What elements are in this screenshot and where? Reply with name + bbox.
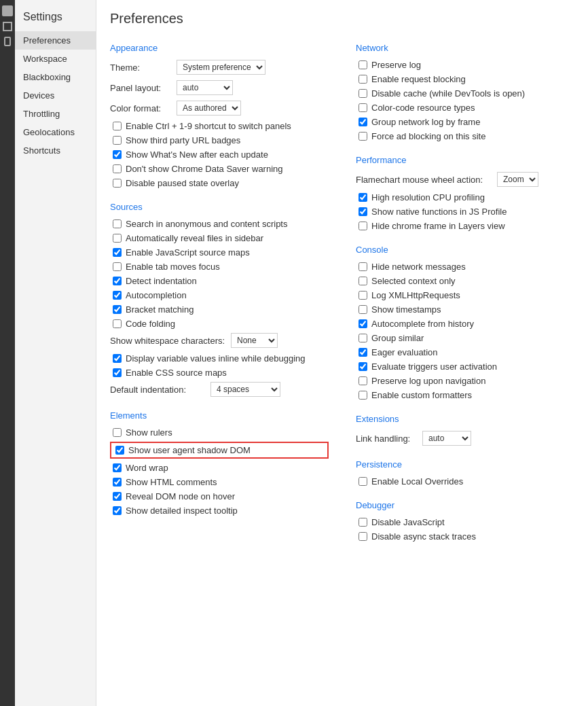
preservelog-row: Preserve log <box>356 60 574 70</box>
flamechart-select[interactable]: Zoom Scroll <box>497 172 538 187</box>
whatsnew-checkbox[interactable] <box>113 150 122 159</box>
codefolding-checkbox[interactable] <box>113 319 122 328</box>
sources-header: Sources <box>110 202 329 212</box>
mobile-icon[interactable] <box>4 37 11 46</box>
highrescpu-label: High resolution CPU profiling <box>371 192 485 202</box>
colorcode-checkbox[interactable] <box>359 103 367 112</box>
bracket-checkbox[interactable] <box>113 305 122 314</box>
chromeframe-checkbox[interactable] <box>359 222 367 230</box>
console-section: Console Hide network messages Selected c… <box>356 245 574 400</box>
wordwrap-checkbox[interactable] <box>113 463 122 472</box>
anon-row: Search in anonymous and content scripts <box>110 219 329 229</box>
datasaver-label: Don't show Chrome Data Saver warning <box>126 164 283 174</box>
autocomplete-checkbox[interactable] <box>113 291 122 300</box>
selectedctx-label: Selected context only <box>371 276 456 286</box>
asynctraces-checkbox[interactable] <box>359 532 367 541</box>
cursor-icon[interactable] <box>3 22 12 31</box>
domhover-checkbox[interactable] <box>113 492 122 501</box>
htmlcomments-checkbox[interactable] <box>113 478 122 487</box>
hidenetwork-checkbox[interactable] <box>359 262 367 271</box>
performance-header: Performance <box>356 155 574 165</box>
theme-select[interactable]: System preference Light Dark <box>177 60 265 75</box>
showrulers-label: Show rulers <box>126 427 172 438</box>
right-column: Network Preserve log Enable request bloc… <box>349 40 574 555</box>
disablecache-row: Disable cache (while DevTools is open) <box>356 88 574 99</box>
triggersactivation-checkbox[interactable] <box>359 362 367 371</box>
timestamps-row: Show timestamps <box>356 304 574 315</box>
localoverrides-checkbox[interactable] <box>359 477 367 486</box>
tabfocus-checkbox[interactable] <box>113 262 122 271</box>
groupsimilar-checkbox[interactable] <box>359 334 367 342</box>
reqblocking-label: Enable request blocking <box>371 74 466 84</box>
persistence-header: Persistence <box>356 459 574 470</box>
color-format-select[interactable]: As authored HEX RGB HSL <box>177 101 241 116</box>
jsmaps-checkbox[interactable] <box>113 248 122 257</box>
selectedctx-checkbox[interactable] <box>359 277 367 285</box>
anon-checkbox[interactable] <box>113 219 122 228</box>
inspecttooltip-checkbox[interactable] <box>113 506 122 515</box>
detectindent-checkbox[interactable] <box>113 277 122 285</box>
inspecttooltip-row: Show detailed inspect tooltip <box>110 506 329 516</box>
cssmaps-checkbox[interactable] <box>113 368 122 377</box>
nativefuncs-label: Show native functions in JS Profile <box>371 207 507 217</box>
link-handling-label: Link handling: <box>356 434 417 444</box>
thirdparty-checkbox[interactable] <box>113 136 122 145</box>
adblocking-checkbox[interactable] <box>359 132 367 141</box>
disablecache-checkbox[interactable] <box>359 89 367 98</box>
panel-layout-select[interactable]: auto horizontal vertical <box>177 80 233 95</box>
preservelog-checkbox[interactable] <box>359 60 367 69</box>
cssmaps-row: Enable CSS source maps <box>110 368 329 378</box>
eagerevaluation-checkbox[interactable] <box>359 348 367 357</box>
wordwrap-row: Word wrap <box>110 463 329 473</box>
pausedstate-checkbox[interactable] <box>113 179 122 188</box>
nativefuncs-checkbox[interactable] <box>359 207 367 216</box>
sidebar-item-blackboxing[interactable]: Blackboxing <box>15 68 96 86</box>
highrescpu-checkbox[interactable] <box>359 193 367 202</box>
varinline-checkbox[interactable] <box>113 354 122 363</box>
default-indent-row: Default indentation: 2 spaces 4 spaces 8… <box>110 382 329 397</box>
cssmaps-label: Enable CSS source maps <box>126 368 227 378</box>
settings-title: Settings <box>15 5 96 31</box>
theme-label: Theme: <box>110 63 171 73</box>
whitespace-select[interactable]: None All Trailing <box>231 333 278 348</box>
preservelognavigation-row: Preserve log upon navigation <box>356 376 574 386</box>
htmlcomments-label: Show HTML comments <box>126 477 217 487</box>
shadowdom-checkbox[interactable] <box>115 446 124 455</box>
datasaver-checkbox[interactable] <box>113 164 122 173</box>
sidebar-item-preferences[interactable]: Preferences <box>15 31 96 50</box>
autocompletehistory-label: Autocomplete from history <box>371 319 474 329</box>
sidebar-item-devices[interactable]: Devices <box>15 86 96 105</box>
preservelognavigation-checkbox[interactable] <box>359 376 367 385</box>
autocompletehistory-checkbox[interactable] <box>359 319 367 328</box>
adblocking-label: Force ad blocking on this site <box>371 131 485 141</box>
reqblocking-checkbox[interactable] <box>359 75 367 84</box>
whatsnew-row: Show What's New after each update <box>110 149 329 160</box>
theme-row: Theme: System preference Light Dark <box>110 60 329 75</box>
sidebar-item-workspace[interactable]: Workspace <box>15 50 96 68</box>
customformatters-checkbox[interactable] <box>359 391 367 400</box>
groupsimilar-row: Group similar <box>356 333 574 343</box>
autoreveal-label: Automatically reveal files in sidebar <box>126 233 263 243</box>
eagerevaluation-label: Eager evaluation <box>371 347 438 357</box>
shadowdom-label: Show user agent shadow DOM <box>128 445 251 455</box>
link-handling-select[interactable]: auto Custom <box>422 431 471 446</box>
showrulers-checkbox[interactable] <box>113 428 122 437</box>
disablejs-checkbox[interactable] <box>359 518 367 527</box>
xmlhttp-checkbox[interactable] <box>359 291 367 300</box>
timestamps-checkbox[interactable] <box>359 305 367 314</box>
extensions-section: Extensions Link handling: auto Custom <box>356 414 574 446</box>
disablejs-label: Disable JavaScript <box>371 517 445 527</box>
autoreveal-checkbox[interactable] <box>113 234 122 243</box>
sidebar-item-geolocations[interactable]: Geolocations <box>15 123 96 141</box>
hidenetwork-label: Hide network messages <box>371 262 466 272</box>
ctrl19-checkbox[interactable] <box>113 122 122 130</box>
whatsnew-label: Show What's New after each update <box>126 149 268 160</box>
jsmaps-row: Enable JavaScript source maps <box>110 247 329 258</box>
autocomplete-label: Autocompletion <box>126 290 187 300</box>
default-indent-select[interactable]: 2 spaces 4 spaces 8 spaces Tab character <box>210 382 280 397</box>
groupnetwork-checkbox[interactable] <box>359 118 367 126</box>
sidebar-item-throttling[interactable]: Throttling <box>15 105 96 123</box>
sidebar-item-shortcuts[interactable]: Shortcuts <box>15 141 96 160</box>
customformatters-row: Enable custom formatters <box>356 390 574 400</box>
localoverrides-label: Enable Local Overrides <box>371 476 463 487</box>
